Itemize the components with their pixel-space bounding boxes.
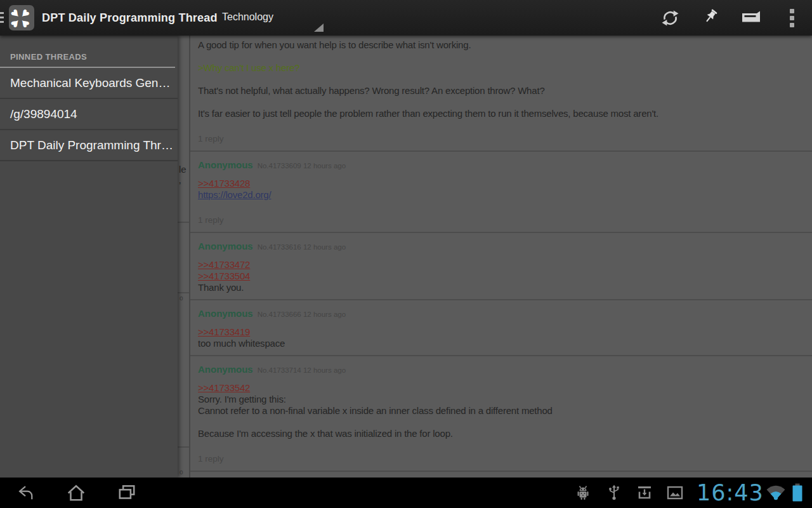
clover-app-icon[interactable]: ♥ ♥ ♥ ♥	[9, 5, 34, 30]
divider	[178, 292, 189, 293]
post-header: AnonymousNo.41733609 12 hours ago	[198, 159, 804, 171]
menu-icon[interactable]	[0, 12, 4, 25]
post-line: Thank you.	[198, 282, 804, 293]
post-line: Sorry. I'm getting this:	[198, 394, 804, 405]
poster-name: Anonymous	[198, 364, 253, 375]
quote-link[interactable]: >>41733428	[198, 178, 804, 189]
wifi-icon	[765, 478, 787, 508]
quote-link[interactable]: >>41733472	[198, 259, 804, 271]
back-icon	[15, 484, 36, 502]
post-header: AnonymousNo.41733616 12 hours ago	[198, 241, 804, 253]
page-title: DPT Daily Programming Thread	[42, 0, 218, 36]
clipped-text-fragment: ’	[179, 180, 181, 190]
post: AnonymousNo.41733714 12 hours ago>>41733…	[190, 356, 812, 472]
back-button[interactable]	[5, 478, 46, 508]
post-line: It's far easier to just tell people the …	[198, 108, 804, 119]
adb-robot-icon	[575, 478, 591, 508]
clipped-text-fragment: le	[179, 164, 187, 175]
post-meta: No.41733714 12 hours ago	[258, 366, 346, 374]
post-line	[198, 74, 804, 85]
post-header: AnonymousNo.41733666 12 hours ago	[198, 308, 804, 320]
post-line: Because I'm accessing the x that was ini…	[198, 428, 804, 439]
reply-icon	[742, 11, 761, 25]
pinned-threads-list: Mechanical Keyboards Gen…/g/39894014DPT …	[0, 68, 178, 161]
url-link[interactable]: https://love2d.org/	[198, 189, 804, 201]
overflow-menu-icon	[790, 9, 794, 27]
post: A good tip for when you want help is to …	[190, 36, 812, 152]
recents-icon	[117, 484, 137, 502]
poster-name: Anonymous	[198, 241, 253, 251]
quote-link[interactable]: >>41733419	[198, 326, 804, 338]
divider	[178, 446, 189, 448]
post-line: >Why can't I use x here?	[198, 62, 804, 74]
reply-button[interactable]	[731, 0, 771, 36]
spinner-caret-icon	[314, 23, 324, 32]
status-clock: 16:43	[697, 480, 764, 505]
poster-name: Anonymous	[198, 308, 253, 319]
thread-pane: A good tip for when you want help is to …	[189, 36, 812, 478]
post-meta: No.41733616 12 hours ago	[258, 243, 346, 251]
home-button[interactable]	[56, 478, 96, 508]
pinned-thread-item[interactable]: Mechanical Keyboards Gen…	[0, 68, 178, 99]
board-spinner[interactable]: Technology	[216, 0, 325, 36]
reply-count[interactable]: 1 reply	[198, 133, 804, 145]
divider	[178, 222, 189, 223]
reply-count[interactable]: 1 reply	[198, 453, 804, 465]
clipped-text-fragment: o	[180, 295, 183, 302]
usb-icon	[607, 478, 621, 508]
poster-name: Anonymous	[198, 159, 253, 170]
pin-icon	[702, 9, 719, 27]
clipped-text-fragment: o	[180, 469, 183, 476]
post: AnonymousNo.41733666 12 hours ago>>41733…	[190, 300, 812, 356]
battery-icon	[791, 478, 804, 508]
gallery-icon	[667, 478, 683, 508]
catalog-pane-sliver: le ’ o o	[178, 36, 189, 478]
home-icon	[66, 483, 86, 502]
post-header: AnonymousNo.41733714 12 hours ago	[198, 364, 804, 376]
recents-button[interactable]	[107, 478, 147, 508]
post-line	[198, 417, 804, 428]
post-line: That's not helpful, what actually happen…	[198, 85, 804, 97]
pinned-thread-item[interactable]: DPT Daily Programming Thr…	[0, 130, 178, 161]
action-bar: ♥ ♥ ♥ ♥ DPT Daily Programming Thread Tec…	[0, 0, 812, 36]
quote-link[interactable]: >>41733542	[198, 382, 804, 394]
refresh-button[interactable]	[650, 0, 690, 36]
post-line: too much whitespace	[198, 338, 804, 349]
download-icon	[636, 478, 653, 508]
system-nav-bar: 16:43	[0, 478, 812, 508]
action-buttons	[650, 0, 812, 36]
overflow-menu-button[interactable]	[771, 0, 812, 36]
pinned-threads-header: PINNED THREADS	[0, 36, 178, 63]
post: AnonymousNo.41733609 12 hours ago>>41733…	[190, 152, 812, 233]
quote-link[interactable]: >>41733504	[198, 271, 804, 282]
reply-count[interactable]: 1 reply	[198, 215, 804, 226]
clover-leaf: ♥	[18, 17, 33, 32]
post-meta: No.41733666 12 hours ago	[258, 311, 346, 318]
post-meta: No.41733609 12 hours ago	[258, 162, 346, 170]
board-spinner-label: Technology	[222, 11, 273, 23]
pin-button[interactable]	[690, 0, 731, 36]
pinned-thread-item[interactable]: /g/39894014	[0, 99, 178, 130]
post-line	[198, 97, 804, 108]
refresh-icon	[662, 10, 679, 27]
pinned-threads-drawer: PINNED THREADS Mechanical Keyboards Gen……	[0, 36, 178, 478]
post-line	[198, 51, 804, 62]
screen: ♥ ♥ ♥ ♥ DPT Daily Programming Thread Tec…	[0, 0, 812, 508]
post: AnonymousNo.41733616 12 hours ago>>41733…	[190, 233, 812, 300]
post-line: A good tip for when you want help is to …	[198, 39, 804, 51]
post-line: Cannot refer to a non-final variable x i…	[198, 405, 804, 417]
